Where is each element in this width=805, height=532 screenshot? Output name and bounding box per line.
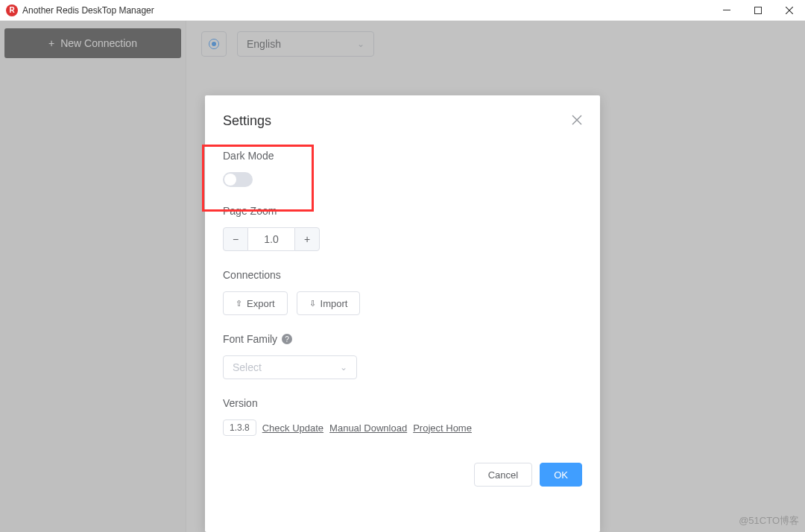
minimize-icon bbox=[723, 10, 730, 10]
window-titlebar: R Another Redis DeskTop Manager bbox=[0, 0, 805, 21]
version-label: Version bbox=[223, 397, 582, 409]
minimize-button[interactable] bbox=[711, 0, 742, 21]
zoom-decrease-button[interactable]: − bbox=[223, 227, 248, 251]
close-icon bbox=[786, 7, 793, 14]
version-section: Version 1.3.8 Check Update Manual Downlo… bbox=[223, 397, 582, 436]
page-zoom-stepper: − 1.0 + bbox=[223, 227, 582, 251]
import-button[interactable]: ⇩ Import bbox=[297, 291, 361, 315]
zoom-value[interactable]: 1.0 bbox=[248, 227, 294, 251]
download-icon: ⇩ bbox=[309, 299, 316, 308]
dark-mode-section: Dark Mode bbox=[223, 150, 582, 187]
import-label: Import bbox=[321, 298, 348, 309]
project-home-link[interactable]: Project Home bbox=[413, 422, 472, 434]
svg-rect-0 bbox=[723, 10, 730, 10]
connections-section: Connections ⇧ Export ⇩ Import bbox=[223, 269, 582, 315]
page-zoom-label: Page Zoom bbox=[223, 205, 582, 217]
chevron-down-icon: ⌄ bbox=[340, 362, 347, 373]
maximize-icon bbox=[754, 7, 762, 14]
svg-rect-1 bbox=[755, 7, 762, 13]
watermark: @51CTO博客 bbox=[739, 514, 799, 528]
cancel-button[interactable]: Cancel bbox=[474, 463, 532, 487]
close-button[interactable] bbox=[774, 0, 805, 21]
dark-mode-label: Dark Mode bbox=[223, 150, 582, 162]
manual-download-link[interactable]: Manual Download bbox=[329, 422, 407, 434]
zoom-increase-button[interactable]: + bbox=[294, 227, 320, 251]
upload-icon: ⇧ bbox=[236, 299, 242, 308]
page-zoom-section: Page Zoom − 1.0 + bbox=[223, 205, 582, 251]
export-label: Export bbox=[247, 298, 275, 309]
check-update-link[interactable]: Check Update bbox=[262, 422, 323, 434]
help-icon[interactable]: ? bbox=[282, 334, 292, 344]
dark-mode-toggle[interactable] bbox=[223, 172, 253, 187]
ok-button[interactable]: OK bbox=[540, 463, 582, 487]
modal-overlay: Settings Dark Mode Page Zoom − 1.0 + Con… bbox=[0, 21, 805, 532]
font-family-select[interactable]: Select ⌄ bbox=[223, 355, 357, 379]
font-family-label: Font Family bbox=[223, 333, 277, 345]
dialog-close-button[interactable] bbox=[572, 115, 582, 128]
dialog-title: Settings bbox=[223, 113, 271, 129]
window-title: Another Redis DeskTop Manager bbox=[22, 5, 154, 16]
app-icon: R bbox=[6, 4, 18, 16]
settings-dialog: Settings Dark Mode Page Zoom − 1.0 + Con… bbox=[205, 95, 600, 532]
font-family-placeholder: Select bbox=[233, 361, 262, 373]
font-family-section: Font Family ? Select ⌄ bbox=[223, 333, 582, 379]
export-button[interactable]: ⇧ Export bbox=[223, 291, 288, 315]
connections-label: Connections bbox=[223, 269, 582, 281]
close-icon bbox=[572, 115, 582, 125]
maximize-button[interactable] bbox=[742, 0, 774, 21]
version-badge: 1.3.8 bbox=[223, 419, 256, 436]
